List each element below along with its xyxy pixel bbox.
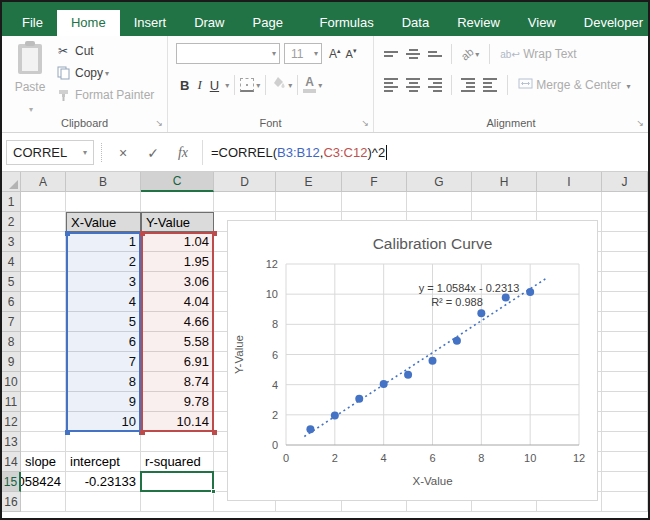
column-header-J[interactable]: J	[602, 172, 648, 192]
column-header-F[interactable]: F	[342, 172, 407, 192]
row-header-7[interactable]: 7	[2, 312, 21, 332]
row-header-4[interactable]: 4	[2, 252, 21, 272]
cell-C12[interactable]: 10.14	[141, 412, 214, 432]
cell-A6[interactable]	[21, 292, 66, 312]
underline-dropdown-arrow[interactable]: ▾	[225, 81, 229, 90]
cell-A5[interactable]	[21, 272, 66, 292]
font-color-button[interactable]: A	[303, 77, 316, 93]
cell-J2[interactable]	[602, 212, 648, 232]
cell-J10[interactable]	[602, 372, 648, 392]
cell-D1[interactable]	[214, 192, 276, 212]
cell-J11[interactable]	[602, 392, 648, 412]
shrink-font-button[interactable]: A▾	[346, 47, 357, 60]
cell-A1[interactable]	[21, 192, 66, 212]
column-header-D[interactable]: D	[214, 172, 276, 192]
ribbon-tab-file[interactable]: File	[8, 10, 57, 36]
cell-F1[interactable]	[342, 192, 407, 212]
column-header-H[interactable]: H	[472, 172, 537, 192]
cell-B14[interactable]: intercept	[66, 452, 141, 472]
cell-B16[interactable]	[66, 492, 141, 512]
chart[interactable]: 024681012024681012Calibration CurveX-Val…	[227, 220, 598, 501]
cell-A9[interactable]	[21, 352, 66, 372]
cell-A13[interactable]	[21, 432, 66, 452]
row-header-11[interactable]: 11	[2, 392, 21, 412]
cell-B8[interactable]: 6	[66, 332, 141, 352]
cancel-entry-icon[interactable]: ×	[108, 145, 138, 161]
borders-dropdown-arrow[interactable]: ▾	[256, 81, 260, 90]
cell-B6[interactable]: 4	[66, 292, 141, 312]
font-size-combo[interactable]: 11 ▾	[284, 43, 322, 64]
cell-B3[interactable]: 1	[66, 232, 141, 252]
cell-B5[interactable]: 3	[66, 272, 141, 292]
fill-handle[interactable]	[211, 489, 216, 494]
cell-B15[interactable]: -0.23133	[66, 472, 141, 492]
cell-B1[interactable]	[66, 192, 141, 212]
cell-J15[interactable]	[602, 472, 648, 492]
enter-entry-icon[interactable]: ✓	[138, 145, 168, 161]
row-header-1[interactable]: 1	[2, 192, 21, 212]
cell-A15[interactable]: 1.058424	[21, 472, 66, 492]
column-header-B[interactable]: B	[66, 172, 141, 192]
ribbon-tab-draw[interactable]: Draw	[180, 10, 238, 36]
cell-B11[interactable]: 9	[66, 392, 141, 412]
paste-dropdown-arrow[interactable]: ▾	[29, 105, 33, 114]
borders-icon[interactable]	[240, 78, 254, 92]
cell-I1[interactable]	[537, 192, 602, 212]
cell-C5[interactable]: 3.06	[141, 272, 214, 292]
cell-C10[interactable]: 8.74	[141, 372, 214, 392]
ribbon-tab-insert[interactable]: Insert	[120, 10, 181, 36]
cell-G1[interactable]	[407, 192, 472, 212]
active-cell-C15[interactable]	[140, 471, 214, 492]
cell-J3[interactable]	[602, 232, 648, 252]
cell-A16[interactable]	[21, 492, 66, 512]
column-header-I[interactable]: I	[537, 172, 602, 192]
row-header-13[interactable]: 13	[2, 432, 21, 452]
cell-A7[interactable]	[21, 312, 66, 332]
cell-A8[interactable]	[21, 332, 66, 352]
ribbon-tab-developer[interactable]: Developer	[570, 10, 650, 36]
row-header-14[interactable]: 14	[2, 452, 21, 472]
cell-C4[interactable]: 1.95	[141, 252, 214, 272]
cell-B13[interactable]	[66, 432, 141, 452]
italic-button[interactable]: I	[197, 77, 201, 93]
cell-J16[interactable]	[602, 492, 648, 512]
align-center-icon[interactable]	[406, 76, 420, 94]
cell-A12[interactable]	[21, 412, 66, 432]
cell-J13[interactable]	[602, 432, 648, 452]
cell-C7[interactable]: 4.66	[141, 312, 214, 332]
align-top-icon[interactable]	[384, 49, 398, 59]
cell-J6[interactable]	[602, 292, 648, 312]
row-header-3[interactable]: 3	[2, 232, 21, 252]
ribbon-tab-view[interactable]: View	[514, 10, 570, 36]
row-header-6[interactable]: 6	[2, 292, 21, 312]
cell-C13[interactable]	[141, 432, 214, 452]
cell-C14[interactable]: r-squared	[141, 452, 214, 472]
cell-C11[interactable]: 9.78	[141, 392, 214, 412]
cell-A2[interactable]	[21, 212, 66, 232]
clipboard-dialog-launcher-icon[interactable]: ↘	[155, 119, 163, 128]
font-color-dropdown-arrow[interactable]: ▾	[318, 81, 322, 90]
cell-J9[interactable]	[602, 352, 648, 372]
row-header-2[interactable]: 2	[2, 212, 21, 232]
wrap-text-button[interactable]: ab↩ Wrap Text	[500, 47, 576, 61]
increase-indent-icon[interactable]	[483, 76, 497, 94]
copy-button[interactable]: Copy ▾	[54, 62, 154, 84]
align-left-icon[interactable]	[384, 76, 398, 94]
row-header-16[interactable]: 16	[2, 492, 21, 512]
fill-color-icon[interactable]	[271, 76, 286, 94]
cell-B9[interactable]: 7	[66, 352, 141, 372]
merge-center-dropdown-arrow[interactable]: ▾	[626, 82, 630, 91]
cell-C1[interactable]	[141, 192, 214, 212]
decrease-indent-icon[interactable]	[461, 76, 475, 94]
cell-J4[interactable]	[602, 252, 648, 272]
cell-B7[interactable]: 5	[66, 312, 141, 332]
cell-C16[interactable]	[141, 492, 214, 512]
column-header-C[interactable]: C	[141, 172, 214, 192]
cell-J8[interactable]	[602, 332, 648, 352]
row-header-10[interactable]: 10	[2, 372, 21, 392]
cell-B2[interactable]: X-Value	[66, 212, 141, 232]
ribbon-tab-data[interactable]: Data	[388, 10, 443, 36]
row-header-9[interactable]: 9	[2, 352, 21, 372]
cell-A10[interactable]	[21, 372, 66, 392]
insert-function-icon[interactable]: fx	[168, 145, 198, 161]
